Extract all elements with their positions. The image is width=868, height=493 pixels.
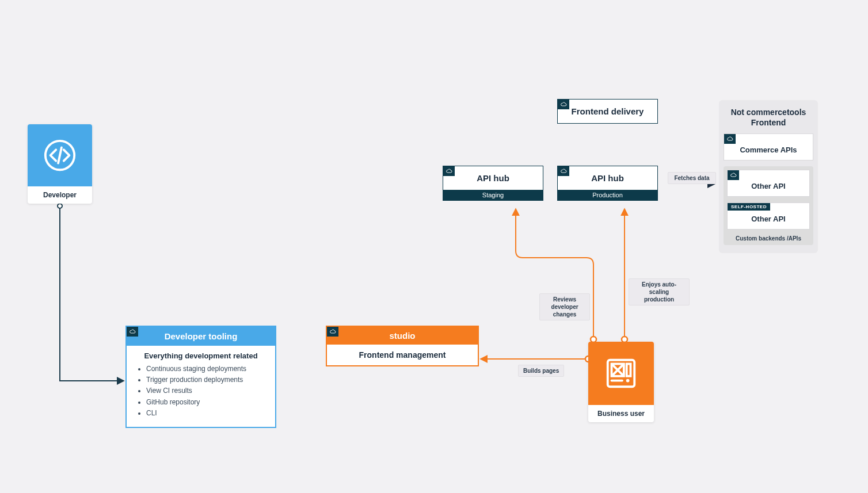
cloud-icon	[728, 170, 739, 180]
developer-label: Developer	[28, 186, 92, 204]
cloud-icon	[558, 166, 569, 176]
api-hub-title: API hub	[558, 166, 657, 190]
other-api-label: Other API	[728, 170, 809, 196]
panel-heading: Not commercetools Frontend	[724, 107, 813, 128]
custom-backends-label: Custom backends /APIs	[727, 235, 810, 242]
developer-card: Developer	[28, 124, 92, 204]
cloud-icon	[327, 327, 338, 337]
architecture-diagram: Developer Developer tooling Everything d…	[0, 0, 868, 493]
cloud-icon	[558, 100, 569, 109]
not-commercetools-panel: Not commercetools Frontend Commerce APIs…	[719, 100, 818, 253]
tooling-item: Continuous staging deployments	[146, 364, 275, 374]
api-hub-env: Staging	[443, 190, 543, 200]
tooling-list: Continuous staging deployments Trigger p…	[146, 364, 275, 419]
tooling-item: GitHub repository	[146, 397, 275, 408]
api-hub-env: Production	[558, 190, 657, 200]
reviews-changes-label: Reviews developer changes	[539, 293, 590, 320]
studio-subtitle: Frontend management	[327, 345, 478, 365]
frontend-delivery-title: Frontend delivery	[558, 100, 657, 123]
tooling-title: Developer tooling	[127, 327, 275, 346]
api-hub-title: API hub	[443, 166, 543, 190]
other-api-self-hosted-box: SELF-HOSTED Other API	[727, 202, 810, 230]
api-hub-production-card: API hub Production	[557, 166, 658, 201]
frontend-delivery-card: Frontend delivery	[557, 99, 658, 124]
cloud-icon	[724, 134, 736, 144]
layout-icon	[588, 342, 654, 405]
svg-rect-7	[627, 364, 631, 376]
svg-point-0	[58, 204, 62, 208]
tooling-item: Trigger production deployments	[146, 374, 275, 385]
tooling-subtitle: Everything development related	[127, 346, 275, 364]
self-hosted-badge: SELF-HOSTED	[728, 203, 770, 211]
custom-backends-group: Other API SELF-HOSTED Other API Custom b…	[724, 166, 813, 245]
cloud-icon	[443, 166, 455, 176]
svg-point-9	[626, 379, 630, 383]
tooling-item: View CI results	[146, 385, 275, 396]
studio-title: studio	[327, 327, 478, 345]
tooling-item: CLI	[146, 408, 275, 419]
commerce-apis-label: Commerce APIs	[724, 134, 813, 160]
commerce-apis-box: Commerce APIs	[724, 133, 813, 160]
fetches-data-label: Fetches data	[668, 172, 716, 184]
builds-pages-label: Builds pages	[518, 365, 564, 377]
business-user-label: Business user	[588, 405, 654, 422]
business-user-card: Business user	[588, 342, 654, 422]
code-icon	[28, 124, 92, 186]
enjoys-scaling-label: Enjoys auto-scaling production	[629, 278, 690, 305]
cloud-icon	[127, 327, 138, 337]
studio-card: studio Frontend management	[326, 326, 479, 366]
api-hub-staging-card: API hub Staging	[443, 166, 543, 201]
developer-tooling-card: Developer tooling Everything development…	[125, 326, 276, 428]
other-api-cloud-box: Other API	[727, 170, 810, 197]
